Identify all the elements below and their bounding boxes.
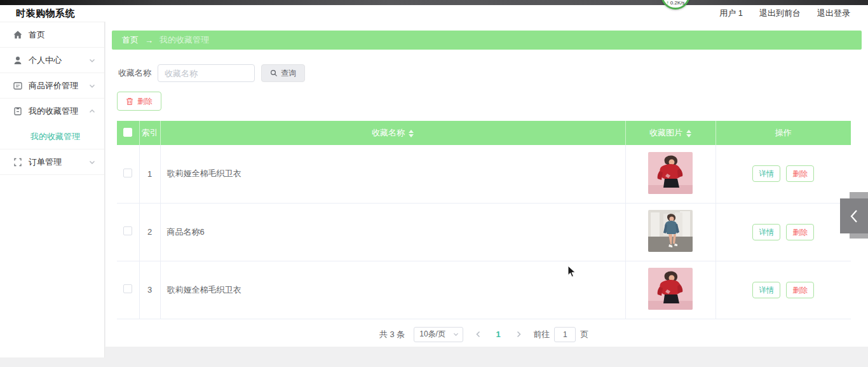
favorite-name-input[interactable] xyxy=(158,64,255,82)
page-size-select[interactable]: 10条/页 xyxy=(414,327,463,342)
chevron-down-icon xyxy=(453,331,459,337)
sidebar-item-favorites-management[interactable]: 我的收藏管理 xyxy=(0,99,104,124)
pagination: 共 3 条 10条/页 1 前往 页 xyxy=(117,327,851,342)
row-checkbox[interactable] xyxy=(123,169,132,177)
detail-button[interactable]: 详情 xyxy=(752,165,780,182)
drawer-collapse-handle[interactable] xyxy=(840,198,868,233)
pagination-total: 共 3 条 xyxy=(379,329,405,340)
main-content: 首页 → 我的收藏管理 收藏名称 查询 删除 索引 收藏名称 收藏图 xyxy=(105,22,868,347)
sidebar-item-order-management[interactable]: 订单管理 xyxy=(0,149,104,175)
search-label: 收藏名称 xyxy=(118,67,151,79)
table-row: 3 歌莉娅全棉毛织卫衣 详情删除 xyxy=(117,261,851,319)
cell-favorite-name: 歌莉娅全棉毛织卫衣 xyxy=(160,145,625,203)
goto-unit: 页 xyxy=(580,329,588,340)
favorites-icon xyxy=(13,106,23,116)
search-icon xyxy=(270,69,278,77)
cell-favorite-name: 商品名称6 xyxy=(160,203,625,261)
cell-index: 3 xyxy=(139,261,160,319)
search-row: 收藏名称 查询 xyxy=(118,64,862,83)
bulk-delete-button[interactable]: 删除 xyxy=(117,92,161,111)
home-icon xyxy=(13,30,23,40)
order-icon xyxy=(13,157,23,167)
delete-button[interactable]: 删除 xyxy=(786,282,814,298)
sidebar-item-label: 商品评价管理 xyxy=(29,80,89,92)
goto-page-input[interactable] xyxy=(554,327,576,342)
row-checkbox[interactable] xyxy=(123,284,132,293)
favorite-image-denim-dress xyxy=(648,210,693,252)
page-number-1[interactable]: 1 xyxy=(492,329,504,339)
header-user-links: 用户 1 退出到前台 退出登录 xyxy=(719,8,868,19)
sort-icon[interactable] xyxy=(686,130,691,137)
current-user[interactable]: 用户 1 xyxy=(719,8,743,19)
chevron-down-icon xyxy=(89,159,95,165)
row-checkbox[interactable] xyxy=(123,226,132,235)
breadcrumb: 首页 → 我的收藏管理 xyxy=(112,31,862,50)
prev-page-button[interactable] xyxy=(472,329,484,340)
sidebar-item-label: 我的收藏管理 xyxy=(29,106,89,117)
delete-button[interactable]: 删除 xyxy=(786,165,814,182)
app-header: 时装购物系统 用户 1 退出到前台 退出登录 xyxy=(0,5,868,22)
column-header-name[interactable]: 收藏名称 xyxy=(160,121,625,145)
toolbar: 删除 xyxy=(117,92,862,111)
sidebar-item-label: 订单管理 xyxy=(29,156,89,168)
sort-icon[interactable] xyxy=(409,130,414,137)
browser-edge-strip xyxy=(0,0,868,5)
favorites-table: 索引 收藏名称 收藏图片 操作 1 歌莉娅全棉毛织卫衣 详情删除 xyxy=(117,121,851,319)
detail-button[interactable]: 详情 xyxy=(752,282,780,298)
cell-index: 2 xyxy=(139,203,160,261)
table-row: 1 歌莉娅全棉毛织卫衣 详情删除 xyxy=(117,145,851,203)
network-speed-text: ↑ 0.2K/s xyxy=(667,0,685,8)
upload-arrow-icon: ↑ xyxy=(667,0,669,6)
chevron-up-icon xyxy=(89,108,95,114)
review-icon xyxy=(13,81,23,91)
sidebar-item-personal-center[interactable]: 个人中心 xyxy=(0,48,104,73)
table-header-row: 索引 收藏名称 收藏图片 操作 xyxy=(117,121,851,145)
breadcrumb-home[interactable]: 首页 xyxy=(122,34,139,46)
column-header-index: 索引 xyxy=(139,121,160,145)
query-button[interactable]: 查询 xyxy=(261,64,305,82)
sidebar-item-label: 个人中心 xyxy=(29,55,89,66)
sidebar-subitem-my-favorites[interactable]: 我的收藏管理 xyxy=(0,124,104,149)
user-icon xyxy=(13,55,23,66)
sidebar-item-review-management[interactable]: 商品评价管理 xyxy=(0,73,104,99)
breadcrumb-current: 我的收藏管理 xyxy=(159,34,209,46)
favorite-image-red-sweater xyxy=(648,268,693,310)
sidebar-item-label: 首页 xyxy=(29,29,95,41)
breadcrumb-arrow-icon: → xyxy=(145,36,153,45)
next-page-button[interactable] xyxy=(513,329,524,340)
sidebar: 首页 个人中心 商品评价管理 我的收藏管理 我的收藏管理 订单管理 xyxy=(0,22,105,357)
goto-label: 前往 xyxy=(533,329,550,340)
exit-to-front-link[interactable]: 退出到前台 xyxy=(759,8,801,19)
chevron-down-icon xyxy=(89,57,95,64)
delete-button[interactable]: 删除 xyxy=(786,224,814,240)
chevron-down-icon xyxy=(89,83,95,89)
cell-index: 1 xyxy=(139,145,160,203)
goto-page: 前往 页 xyxy=(533,327,588,342)
trash-icon xyxy=(126,97,133,106)
chevron-left-icon xyxy=(849,209,859,223)
app-title: 时装购物系统 xyxy=(0,8,75,20)
cell-favorite-name: 歌莉娅全棉毛织卫衣 xyxy=(160,261,625,319)
logout-link[interactable]: 退出登录 xyxy=(817,8,850,19)
detail-button[interactable]: 详情 xyxy=(752,224,780,240)
favorite-image-red-sweater xyxy=(648,152,693,194)
column-header-actions: 操作 xyxy=(715,121,851,145)
table-row: 2 商品名称6 详情删除 xyxy=(117,203,851,261)
select-all-checkbox[interactable] xyxy=(123,128,132,137)
sidebar-item-home[interactable]: 首页 xyxy=(0,22,104,48)
column-header-image[interactable]: 收藏图片 xyxy=(625,121,715,145)
